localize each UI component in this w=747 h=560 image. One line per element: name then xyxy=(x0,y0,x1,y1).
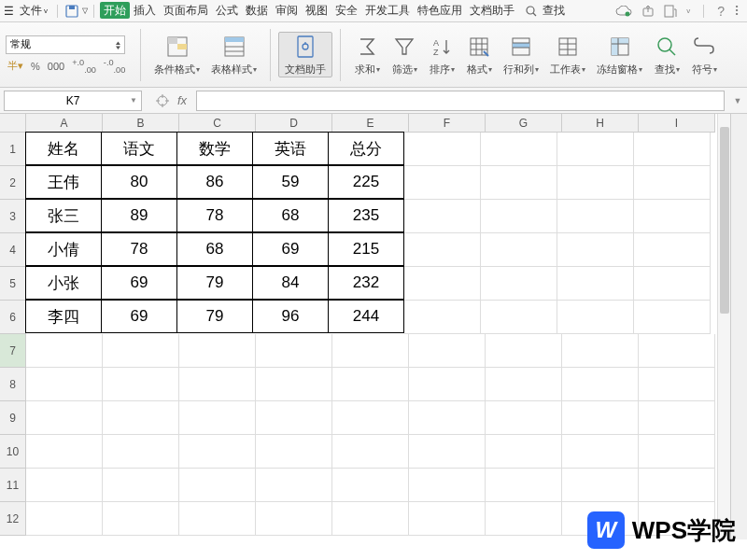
cell-D5[interactable]: 84 xyxy=(252,266,329,300)
col-header-E[interactable]: E xyxy=(332,114,409,133)
cell-G5[interactable] xyxy=(481,267,557,301)
cell-F6[interactable] xyxy=(404,301,481,334)
row-header-9[interactable]: 9 xyxy=(0,401,26,435)
cell-H1[interactable] xyxy=(557,133,634,166)
cell-B10[interactable] xyxy=(103,435,179,469)
share-icon[interactable] xyxy=(641,5,655,18)
ribbon-查找[interactable]: 查找▾ xyxy=(648,33,685,77)
cell-C1[interactable]: 数学 xyxy=(176,132,253,165)
ribbon-冻结窗格[interactable]: 冻结窗格▾ xyxy=(591,33,648,77)
cell-I9[interactable] xyxy=(639,401,715,435)
cell-H7[interactable] xyxy=(562,334,639,368)
cell-F9[interactable] xyxy=(409,401,486,435)
cell-D2[interactable]: 59 xyxy=(252,165,329,199)
cell-B7[interactable] xyxy=(103,334,179,368)
cell-B1[interactable]: 语文 xyxy=(101,132,177,165)
col-header-H[interactable]: H xyxy=(562,114,639,133)
row-header-5[interactable]: 5 xyxy=(0,267,26,301)
cell-G6[interactable] xyxy=(481,301,557,334)
cell-B12[interactable] xyxy=(103,502,179,536)
cell-C2[interactable]: 86 xyxy=(176,165,253,199)
cell-A3[interactable]: 张三 xyxy=(25,199,102,232)
cell-F12[interactable] xyxy=(409,502,486,536)
cell-B9[interactable] xyxy=(103,401,179,435)
cell-I7[interactable] xyxy=(639,334,715,368)
cell-F10[interactable] xyxy=(409,435,486,469)
search-label[interactable]: 查找 xyxy=(539,1,569,21)
cell-F1[interactable] xyxy=(404,133,481,166)
cell-B3[interactable]: 89 xyxy=(101,199,177,232)
tab-开始[interactable]: 开始 xyxy=(100,2,130,19)
tab-特色应用[interactable]: 特色应用 xyxy=(414,2,466,19)
cell-F8[interactable] xyxy=(409,368,486,401)
cell-G8[interactable] xyxy=(486,368,562,401)
cell-G10[interactable] xyxy=(486,435,562,469)
cell-G9[interactable] xyxy=(486,401,562,435)
cell-D1[interactable]: 英语 xyxy=(252,132,329,165)
row-header-4[interactable]: 4 xyxy=(0,233,26,267)
cell-A6[interactable]: 李四 xyxy=(25,300,102,333)
row-header-12[interactable]: 12 xyxy=(0,502,26,536)
cell-C10[interactable] xyxy=(179,435,256,469)
row-header-3[interactable]: 3 xyxy=(0,200,26,233)
tab-安全[interactable]: 安全 xyxy=(331,2,361,19)
help-icon[interactable]: ? xyxy=(717,4,725,19)
col-header-I[interactable]: I xyxy=(639,114,715,133)
cell-I8[interactable] xyxy=(639,368,715,401)
cell-D8[interactable] xyxy=(256,368,332,401)
cell-E7[interactable] xyxy=(332,334,409,368)
cell-B8[interactable] xyxy=(103,368,179,401)
cell-G1[interactable] xyxy=(481,133,557,166)
ribbon-筛选[interactable]: 筛选▾ xyxy=(386,33,423,77)
tab-视图[interactable]: 视图 xyxy=(302,2,331,19)
cell-B2[interactable]: 80 xyxy=(101,165,177,199)
ribbon-求和[interactable]: 求和▾ xyxy=(348,33,386,77)
cell-H5[interactable] xyxy=(557,267,634,301)
cell-H8[interactable] xyxy=(562,368,639,401)
increase-decimal-icon[interactable]: +.0.00 xyxy=(70,58,98,75)
row-header-2[interactable]: 2 xyxy=(0,166,26,200)
col-header-B[interactable]: B xyxy=(103,114,179,133)
cell-C6[interactable]: 79 xyxy=(176,300,253,333)
tab-审阅[interactable]: 审阅 xyxy=(272,2,302,19)
cell-E8[interactable] xyxy=(332,368,409,401)
file-menu-button[interactable]: 文件 v xyxy=(16,3,51,19)
cloud-sync-icon[interactable] xyxy=(615,6,632,17)
cell-B4[interactable]: 78 xyxy=(101,232,177,266)
cell-G12[interactable] xyxy=(486,502,562,536)
cell-C5[interactable]: 79 xyxy=(176,266,253,300)
cell-A12[interactable] xyxy=(26,502,103,536)
cell-I6[interactable] xyxy=(634,301,711,334)
ribbon-表格样式[interactable]: 表格样式▾ xyxy=(205,33,262,77)
cell-C7[interactable] xyxy=(179,334,256,368)
cell-A8[interactable] xyxy=(26,368,103,401)
comma-icon[interactable]: 000 xyxy=(46,61,66,72)
fx-icon[interactable]: fx xyxy=(177,93,187,107)
ribbon-符号[interactable]: 符号▾ xyxy=(685,33,723,77)
ribbon-行和列[interactable]: 行和列▾ xyxy=(498,33,544,77)
cell-A1[interactable]: 姓名 xyxy=(25,132,102,165)
cell-F11[interactable] xyxy=(409,469,486,502)
cell-E9[interactable] xyxy=(332,401,409,435)
cell-E5[interactable]: 232 xyxy=(328,266,404,300)
ribbon-格式[interactable]: 格式▾ xyxy=(460,33,498,77)
cell-E12[interactable] xyxy=(332,502,409,536)
col-header-G[interactable]: G xyxy=(486,114,562,133)
cell-F7[interactable] xyxy=(409,334,486,368)
percent-icon[interactable]: % xyxy=(29,61,42,72)
cell-G4[interactable] xyxy=(481,233,557,267)
cell-A7[interactable] xyxy=(26,334,103,368)
cell-B5[interactable]: 69 xyxy=(101,266,177,300)
cell-E6[interactable]: 244 xyxy=(328,300,404,333)
cell-F5[interactable] xyxy=(404,267,481,301)
cell-I5[interactable] xyxy=(634,267,711,301)
row-header-10[interactable]: 10 xyxy=(0,435,26,469)
cell-F4[interactable] xyxy=(404,233,481,267)
cell-A11[interactable] xyxy=(26,469,103,502)
cell-H10[interactable] xyxy=(562,435,639,469)
cell-B6[interactable]: 69 xyxy=(101,300,177,333)
cell-I11[interactable] xyxy=(639,469,715,502)
target-icon[interactable] xyxy=(155,93,170,108)
currency-icon[interactable]: 半▾ xyxy=(6,59,25,73)
tab-页面布局[interactable]: 页面布局 xyxy=(160,2,212,19)
